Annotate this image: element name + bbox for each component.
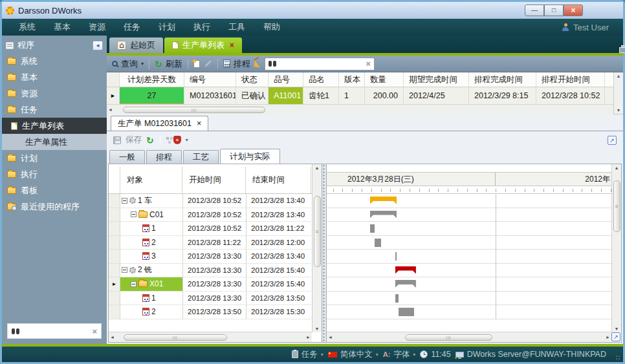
status-task-menu[interactable]: 任务 ▾	[292, 349, 323, 360]
cell[interactable]: 2012/3/28 10:52	[536, 87, 605, 104]
gantt-bar-task[interactable]	[375, 239, 380, 247]
object-cell[interactable]: C01	[120, 208, 182, 222]
scroll-up-icon[interactable]: ▲	[615, 166, 619, 170]
scroll-down-icon[interactable]: ▼	[615, 327, 619, 331]
end-time-cell[interactable]: 2012/3/28 13:40	[246, 194, 311, 208]
table-row[interactable]: C012012/3/28 10:522012/3/28 13:40	[109, 208, 312, 222]
table-row[interactable]: 12012/3/28 10:522012/3/28 11:22	[109, 222, 312, 236]
scroll-thumb[interactable]: ≡	[314, 196, 321, 267]
tab-一般[interactable]: 一般	[109, 150, 145, 164]
resize-grip[interactable]	[615, 355, 620, 360]
tree-expander-icon[interactable]	[131, 211, 137, 217]
gantt-vscrollbar[interactable]: ▲ ≡ ▼	[611, 164, 621, 332]
tree-expander-icon[interactable]	[122, 198, 127, 204]
scroll-left-icon[interactable]: ◄	[110, 335, 115, 339]
cell[interactable]: 27	[120, 87, 184, 104]
table-row[interactable]: 2 铣2012/3/28 13:302012/3/28 15:40	[109, 264, 312, 278]
sidebar-item[interactable]: 资源	[2, 85, 107, 102]
network-icon[interactable]	[166, 137, 169, 140]
tab-排程[interactable]: 排程	[146, 150, 182, 164]
open-external-button[interactable]: ↗	[608, 136, 617, 145]
object-cell[interactable]: 1	[120, 292, 182, 306]
table-row[interactable]: ►27M012031601已确认A11001齿轮11200.002012/4/2…	[107, 87, 613, 104]
menu-item-任务[interactable]: 任务	[115, 21, 149, 33]
table-row[interactable]: 12012/3/28 13:302012/3/28 13:50	[109, 292, 312, 306]
sidebar-item[interactable]: 系统	[2, 53, 107, 69]
tab-close-icon[interactable]: ×	[230, 41, 234, 50]
split-handle[interactable]	[322, 164, 327, 342]
end-time-cell[interactable]: 2012/3/28 13:40	[246, 250, 311, 264]
scroll-down-icon[interactable]: ▼	[315, 327, 320, 331]
status-font-menu[interactable]: A: 字体 ▾	[383, 349, 416, 360]
menu-item-系统[interactable]: 系统	[10, 21, 45, 33]
cell[interactable]: M012031601	[184, 87, 236, 104]
tab-工艺[interactable]: 工艺	[183, 150, 219, 164]
start-time-cell[interactable]: 2012/3/28 11:22	[182, 236, 246, 250]
tab-计划与实际[interactable]: 计划与实际	[220, 149, 280, 164]
tree-expander-icon[interactable]	[122, 267, 127, 273]
table-row[interactable]: 1 车2012/3/28 10:522012/3/28 13:40	[109, 194, 312, 208]
gantt-bar-task[interactable]	[395, 294, 399, 303]
status-language-menu[interactable]: 简体中文 ▾	[328, 349, 378, 360]
cell[interactable]: 2012/3/29 8:15	[469, 87, 536, 104]
detail-refresh-icon[interactable]: ↻	[146, 136, 154, 145]
caret-down-icon[interactable]: ▾	[186, 137, 188, 143]
end-time-cell[interactable]: 2012/3/28 13:50	[246, 292, 311, 306]
menu-item-计划[interactable]: 计划	[149, 21, 184, 33]
gantt-row[interactable]	[327, 250, 611, 264]
sidebar-item[interactable]: 生产单属性	[2, 134, 107, 150]
gantt-row[interactable]	[327, 277, 611, 292]
scroll-up-icon[interactable]: ▲	[617, 74, 621, 78]
start-time-cell[interactable]: 2012/3/28 13:30	[182, 264, 246, 278]
table-row[interactable]: 22012/3/28 11:222012/3/28 12:00	[109, 236, 312, 250]
gantt-row[interactable]	[327, 305, 611, 319]
gantt-row[interactable]	[327, 208, 611, 222]
scroll-right-icon[interactable]: ►	[606, 335, 610, 339]
cell[interactable]: 2012/4/25	[404, 87, 469, 104]
new-order-icon[interactable]	[193, 60, 200, 68]
sidebar-item[interactable]: 生产单列表	[2, 118, 107, 134]
table-row[interactable]: 22012/3/28 13:502012/3/28 15:30	[109, 305, 312, 319]
start-time-cell[interactable]: 2012/3/28 13:30	[182, 292, 246, 306]
gantt-bar-task[interactable]	[370, 224, 375, 233]
table-row[interactable]: ►X012012/3/28 13:302012/3/28 15:40	[109, 277, 312, 292]
sidebar-item[interactable]: 基本	[2, 69, 107, 85]
edit-icon[interactable]	[204, 60, 212, 67]
object-cell[interactable]: 2	[120, 236, 182, 250]
table-vscrollbar[interactable]: ▲ ≡ ▼	[312, 164, 322, 332]
scroll-up-icon[interactable]: ▲	[315, 166, 320, 170]
detail-tab-close-icon[interactable]: ×	[197, 119, 201, 128]
end-time-cell[interactable]: 2012/3/28 11:22	[246, 222, 311, 236]
start-time-cell[interactable]: 2012/3/28 10:52	[182, 194, 246, 208]
scroll-down-icon[interactable]: ▼	[617, 108, 621, 112]
scroll-left-icon[interactable]: ◄	[108, 107, 113, 112]
restore-button[interactable]: □	[544, 5, 564, 16]
orders-grid-vscrollbar[interactable]: ▲ ▼	[613, 72, 623, 114]
gantt-row[interactable]	[327, 236, 611, 250]
menu-item-资源[interactable]: 资源	[80, 21, 115, 33]
cell[interactable]: 1	[339, 87, 365, 104]
object-cell[interactable]: 3	[120, 250, 182, 264]
scroll-thumb[interactable]: ≡	[613, 180, 620, 232]
scroll-thumb[interactable]: |||	[123, 107, 265, 113]
end-time-cell[interactable]: 2012/3/28 15:40	[246, 264, 311, 278]
start-time-cell[interactable]: 2012/3/28 10:52	[182, 222, 246, 236]
table-hscrollbar[interactable]: ◄ ||| ►	[109, 332, 312, 342]
orders-search-clear-icon[interactable]: ×	[366, 59, 371, 68]
scroll-thumb[interactable]: |||	[405, 334, 492, 341]
cell[interactable]: 200.00	[365, 87, 404, 104]
gantt-row[interactable]	[327, 264, 611, 278]
save-icon[interactable]	[113, 136, 121, 144]
start-time-cell[interactable]: 2012/3/28 10:52	[182, 208, 246, 222]
menu-item-基本[interactable]: 基本	[45, 21, 80, 33]
object-cell[interactable]: X01	[120, 277, 182, 292]
user-area[interactable]: Test User	[562, 23, 615, 32]
sidebar-search-input[interactable]	[23, 327, 89, 336]
menu-item-执行[interactable]: 执行	[184, 21, 219, 33]
gantt-expand-button[interactable]: ↗	[611, 332, 620, 341]
tab-生产单列表[interactable]: 生产单列表×	[164, 37, 242, 53]
gantt-hscrollbar[interactable]: ◄ ||| ►	[327, 332, 611, 342]
schedule-button[interactable]: 排程	[223, 58, 250, 70]
query-button[interactable]: 查询 ▾	[112, 58, 144, 70]
gantt-row[interactable]	[327, 292, 611, 306]
